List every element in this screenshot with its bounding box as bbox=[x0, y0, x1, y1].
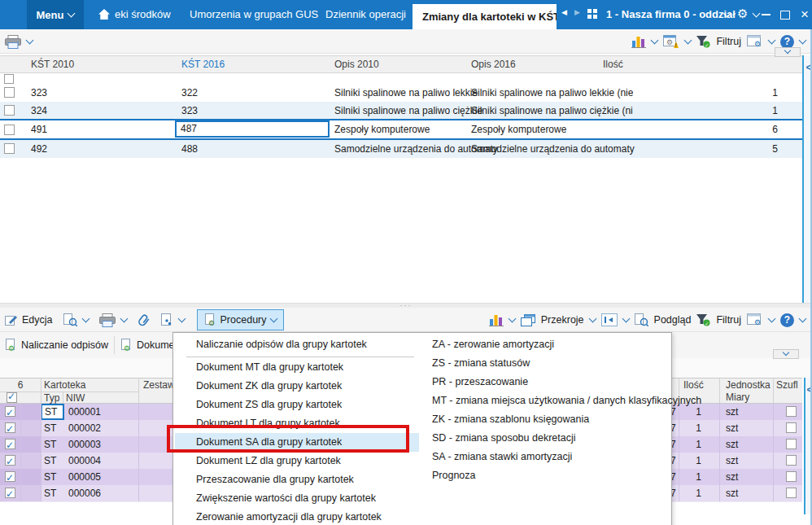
col-jednostka-miary[interactable]: Jednostka bbox=[726, 379, 771, 392]
window-warning-chevron-icon[interactable] bbox=[684, 37, 692, 45]
edycja-button[interactable]: Edycja bbox=[5, 313, 53, 326]
close-button[interactable]: × bbox=[796, 0, 812, 29]
help-chevron-icon[interactable] bbox=[799, 315, 807, 323]
menu-item[interactable]: SA - zmiana stawki amortyzacji bbox=[432, 448, 668, 466]
document-actions-chevron-icon[interactable] bbox=[177, 315, 186, 323]
chart-icon[interactable] bbox=[489, 313, 504, 326]
podglad-button[interactable]: Podgląd bbox=[654, 314, 692, 326]
typ-focus-cell[interactable]: ST bbox=[41, 404, 64, 420]
menu-item[interactable]: Zwiększenie wartości dla grupy kartotek bbox=[175, 489, 419, 508]
row-checkbox[interactable] bbox=[5, 439, 15, 449]
filter-icon[interactable]: ✓ bbox=[696, 314, 710, 326]
col-opis2010[interactable]: Opis 2010 bbox=[334, 56, 379, 72]
layouts-icon[interactable] bbox=[521, 314, 535, 326]
customize-chevron-icon[interactable] bbox=[768, 315, 776, 323]
filtruj-button[interactable]: Filtruj bbox=[716, 314, 741, 326]
main-menu-button[interactable]: Menu bbox=[27, 0, 84, 29]
window-list-grid-icon[interactable] bbox=[587, 9, 598, 20]
col-kst2010[interactable]: KŚT 2010 bbox=[31, 56, 74, 72]
tab-scroll-right-icon[interactable]: ▶ bbox=[574, 8, 580, 16]
menu-item[interactable]: Dokument ZS dla grupy kartotek bbox=[175, 396, 419, 414]
procedury-button[interactable]: ⚙ Procedury bbox=[197, 309, 284, 330]
row-checkbox[interactable] bbox=[4, 87, 15, 98]
menu-item[interactable]: Dokument LT dla grupy kartotek bbox=[175, 414, 419, 433]
menu-item[interactable]: Dokument MT dla grupy kartotek bbox=[175, 358, 419, 377]
menu-item[interactable]: ZS - zmiana statusów bbox=[432, 354, 668, 373]
menu-item-dokument-sa[interactable]: Dokument SA dla grupy kartotek bbox=[175, 433, 419, 452]
col-kst2016-sorted[interactable]: KŚT 2016 bbox=[181, 56, 225, 72]
filter-icon[interactable]: ✓ bbox=[696, 36, 710, 48]
collapse-bottom-toolbar-notch[interactable] bbox=[773, 349, 799, 359]
col-ilosc[interactable]: Ilość bbox=[683, 379, 704, 392]
tab-zmiany-kartoteki-active[interactable]: Zmiany dla kartoteki w KŚT bbox=[413, 4, 557, 29]
customize-view-icon[interactable]: ⚙ bbox=[747, 313, 763, 326]
col-opis2016[interactable]: Opis 2016 bbox=[471, 56, 516, 72]
help-icon[interactable]: ? bbox=[780, 313, 794, 327]
chart-chevron-icon[interactable] bbox=[508, 315, 516, 323]
menu-item[interactable]: SD - zmiana sposobu dekretacji bbox=[432, 429, 668, 448]
chart-chevron-icon[interactable] bbox=[651, 37, 659, 45]
chart-icon[interactable] bbox=[631, 35, 646, 48]
print-chevron-icon[interactable] bbox=[26, 37, 34, 45]
window-warning-icon[interactable]: ⚙ ! bbox=[663, 35, 679, 49]
table-row-selected[interactable]: 491 487 Zespoły komputerowe Zespoły komp… bbox=[0, 119, 802, 140]
maximize-button[interactable] bbox=[776, 0, 794, 29]
document-actions-icon[interactable] bbox=[160, 313, 173, 326]
row-checkbox[interactable] bbox=[4, 105, 15, 116]
menu-item[interactable]: Naliczanie odpisów dla grupy kartotek bbox=[175, 335, 419, 354]
collapse-toolbar-notch[interactable] bbox=[775, 47, 801, 57]
open-record-chevron-icon[interactable] bbox=[81, 315, 89, 323]
tab-dziennik-operacji[interactable]: Dziennik operacji bbox=[325, 0, 406, 29]
tab-kartoteki-srodkow[interactable]: eki środków bbox=[115, 0, 171, 29]
szuflada-checkbox[interactable] bbox=[786, 455, 797, 466]
menu-item[interactable]: Dokument ZK dla grupy kartotek bbox=[175, 377, 419, 396]
select-all-checkbox[interactable] bbox=[7, 392, 17, 403]
row-checkbox[interactable] bbox=[5, 488, 15, 498]
table-row[interactable]: 492 488 Samodzielne urządzenia do automa… bbox=[0, 140, 802, 158]
szuflada-checkbox[interactable] bbox=[786, 471, 797, 482]
table-row[interactable]: 323 322 Silniki spalinowe na paliwo lekk… bbox=[0, 84, 802, 103]
attachment-paperclip-icon[interactable] bbox=[138, 313, 150, 327]
menu-item[interactable]: MT - zmiana miejsca użytkowania / danych… bbox=[432, 392, 668, 410]
menu-item[interactable]: Zerowanie amortyzacji dla grupy kartotek bbox=[175, 508, 419, 525]
col-ilosc[interactable]: Ilość bbox=[603, 56, 623, 72]
row-checkbox[interactable] bbox=[4, 143, 15, 154]
kst2016-edit-cell[interactable]: 487 bbox=[175, 120, 330, 138]
open-record-icon[interactable] bbox=[63, 313, 77, 326]
minimize-button[interactable] bbox=[757, 0, 775, 29]
col-group-kartoteka[interactable]: Kartoteka bbox=[44, 379, 85, 392]
customize-chevron-icon[interactable] bbox=[768, 37, 776, 45]
przekroje-chevron-icon[interactable] bbox=[588, 315, 596, 323]
szuflada-checkbox[interactable] bbox=[786, 422, 797, 433]
menu-item[interactable]: Dokument LZ dla grupy kartotek bbox=[175, 452, 419, 470]
tab-umorzenia-gus[interactable]: Umorzenia w grupach GUS bbox=[190, 0, 318, 29]
menu-item[interactable]: Prognoza bbox=[432, 466, 668, 485]
menu-item[interactable]: ZK - zmiana szablonu księgowania bbox=[432, 410, 668, 429]
tab-scroll-left-icon[interactable]: ◀ bbox=[561, 8, 567, 16]
row-checkbox[interactable] bbox=[5, 422, 15, 433]
menu-item[interactable]: PR - przeszacowanie bbox=[432, 373, 668, 392]
home-icon[interactable] bbox=[98, 8, 111, 20]
filter-row-checkbox[interactable] bbox=[4, 74, 14, 84]
help-chevron-icon[interactable] bbox=[799, 37, 807, 45]
company-selector[interactable]: 1 - Nasza firma 0 - oddział bbox=[606, 0, 736, 29]
filter-row[interactable] bbox=[0, 73, 802, 84]
przekroje-button[interactable]: Przekroje bbox=[541, 314, 584, 326]
col-zestaw[interactable]: Zestaw bbox=[143, 379, 175, 392]
customize-view-icon[interactable]: ⚙ bbox=[747, 35, 763, 48]
row-checkbox[interactable] bbox=[4, 125, 15, 135]
dock-panel-icon[interactable] bbox=[601, 313, 618, 326]
menu-item[interactable]: ZA - zerowanie amortyzacji bbox=[432, 335, 668, 354]
row-checkbox[interactable] bbox=[5, 471, 15, 482]
table-row[interactable]: 324 323 Silniki spalinowe na paliwo cięż… bbox=[0, 102, 802, 120]
col-szuflada[interactable]: Szufl bbox=[776, 379, 802, 392]
menu-item[interactable]: Przeszacowanie dla grupy kartotek bbox=[175, 470, 419, 489]
filtruj-button[interactable]: Filtruj bbox=[716, 36, 741, 47]
row-checkbox[interactable] bbox=[5, 455, 15, 466]
print-icon[interactable] bbox=[99, 313, 116, 327]
dock-panel-chevron-icon[interactable] bbox=[622, 315, 630, 323]
naliczanie-odpisow-button[interactable]: ⚙ Naliczanie odpisów bbox=[5, 339, 108, 352]
col-niw[interactable]: NIW bbox=[66, 392, 85, 405]
szuflada-checkbox[interactable] bbox=[786, 406, 797, 417]
settings-gear-icon[interactable]: ⚙ bbox=[737, 7, 748, 21]
